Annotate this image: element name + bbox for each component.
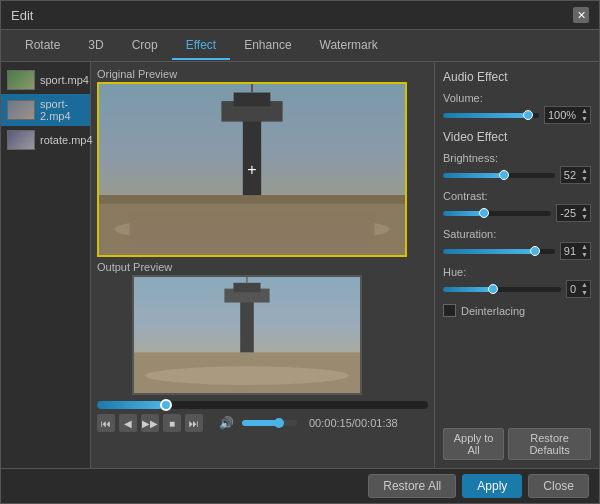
contrast-down-arrow[interactable]: ▼ xyxy=(579,213,590,221)
contrast-track[interactable] xyxy=(443,211,551,216)
volume-fill xyxy=(443,113,525,118)
skip-fwd-button[interactable]: ⏭ xyxy=(185,414,203,432)
svg-rect-11 xyxy=(240,294,254,352)
tab-enhance[interactable]: Enhance xyxy=(230,32,305,60)
deinterlacing-checkbox[interactable] xyxy=(443,304,456,317)
saturation-track[interactable] xyxy=(443,249,555,254)
restore-defaults-button[interactable]: Restore Defaults xyxy=(508,428,591,460)
volume-value: 100% xyxy=(545,109,579,121)
crosshair-marker: + xyxy=(247,161,256,179)
contrast-arrows: ▲ ▼ xyxy=(579,205,590,220)
brightness-track[interactable] xyxy=(443,173,555,178)
file-thumb-sport2 xyxy=(7,100,35,120)
output-preview-image xyxy=(134,277,360,393)
file-item-sport2[interactable]: sport-2.mp4 xyxy=(1,94,90,126)
tab-rotate[interactable]: Rotate xyxy=(11,32,74,60)
hue-down-arrow[interactable]: ▼ xyxy=(579,289,590,297)
hue-track[interactable] xyxy=(443,287,561,292)
apply-button[interactable]: Apply xyxy=(462,474,522,498)
hue-spinbox[interactable]: 0 ▲ ▼ xyxy=(566,280,591,298)
volume-slider[interactable] xyxy=(242,420,297,426)
brightness-up-arrow[interactable]: ▲ xyxy=(579,167,590,175)
original-preview-section: Original Preview xyxy=(97,68,428,257)
contrast-thumb xyxy=(479,208,489,218)
file-name-sport: sport.mp4 xyxy=(40,74,89,86)
apply-all-button[interactable]: Apply to All xyxy=(443,428,504,460)
volume-track[interactable] xyxy=(443,113,539,118)
svg-rect-2 xyxy=(99,195,405,204)
hue-up-arrow[interactable]: ▲ xyxy=(579,281,590,289)
volume-down-arrow[interactable]: ▼ xyxy=(579,115,590,123)
restore-all-button[interactable]: Restore All xyxy=(368,474,456,498)
stop-button[interactable]: ■ xyxy=(163,414,181,432)
file-thumb-rotate xyxy=(7,130,35,150)
hue-thumb xyxy=(488,284,498,294)
playbar-section: ⏮ ◀ ▶▶ ■ ⏭ 🔊 00:00:15/00:01:38 xyxy=(97,399,428,434)
hue-label: Hue: xyxy=(443,266,591,278)
window-close-button[interactable]: ✕ xyxy=(573,7,589,23)
progress-thumb xyxy=(160,399,172,411)
contrast-up-arrow[interactable]: ▲ xyxy=(579,205,590,213)
contrast-spinbox[interactable]: -25 ▲ ▼ xyxy=(556,204,591,222)
main-content: sport.mp4 sport-2.mp4 rotate.mp4 Origina… xyxy=(1,62,599,468)
brightness-row: Brightness: 52 ▲ ▼ xyxy=(443,152,591,184)
tab-3d[interactable]: 3D xyxy=(74,32,117,60)
svg-point-15 xyxy=(145,366,348,385)
saturation-label: Saturation: xyxy=(443,228,591,240)
original-preview-image: + xyxy=(99,84,405,255)
volume-arrows: ▲ ▼ xyxy=(579,107,590,122)
contrast-value: -25 xyxy=(557,207,579,219)
window-title: Edit xyxy=(11,8,33,23)
hue-value: 0 xyxy=(567,283,579,295)
saturation-row: Saturation: 91 ▲ ▼ xyxy=(443,228,591,260)
play-button[interactable]: ▶▶ xyxy=(141,414,159,432)
svg-rect-8 xyxy=(130,212,375,246)
original-preview-box: + xyxy=(97,82,407,257)
saturation-up-arrow[interactable]: ▲ xyxy=(579,243,590,251)
edit-window: Edit ✕ Rotate 3D Crop Effect Enhance Wat… xyxy=(0,0,600,504)
volume-spinbox[interactable]: 100% ▲ ▼ xyxy=(544,106,591,124)
output-preview-label: Output Preview xyxy=(97,261,428,273)
time-display: 00:00:15/00:01:38 xyxy=(309,417,398,429)
svg-rect-13 xyxy=(233,283,260,292)
brightness-label: Brightness: xyxy=(443,152,591,164)
tab-watermark[interactable]: Watermark xyxy=(306,32,392,60)
progress-fill xyxy=(97,401,163,409)
original-preview-label: Original Preview xyxy=(97,68,428,80)
file-item-sport[interactable]: sport.mp4 xyxy=(1,66,90,94)
volume-thumb xyxy=(274,418,284,428)
volume-icon: 🔊 xyxy=(219,416,234,430)
center-panel: Original Preview xyxy=(91,62,434,468)
skip-back-button[interactable]: ⏮ xyxy=(97,414,115,432)
brightness-fill xyxy=(443,173,501,178)
saturation-thumb xyxy=(530,246,540,256)
file-list-panel: sport.mp4 sport-2.mp4 rotate.mp4 xyxy=(1,62,91,468)
tab-effect[interactable]: Effect xyxy=(172,32,230,60)
progress-bar[interactable] xyxy=(97,401,428,409)
audio-effect-title: Audio Effect xyxy=(443,70,591,84)
svg-rect-5 xyxy=(234,93,271,107)
close-button[interactable]: Close xyxy=(528,474,589,498)
prev-frame-button[interactable]: ◀ xyxy=(119,414,137,432)
brightness-spinbox[interactable]: 52 ▲ ▼ xyxy=(560,166,591,184)
saturation-value: 91 xyxy=(561,245,579,257)
hue-fill xyxy=(443,287,490,292)
file-item-rotate[interactable]: rotate.mp4 xyxy=(1,126,90,154)
saturation-spinbox[interactable]: 91 ▲ ▼ xyxy=(560,242,591,260)
deinterlacing-label: Deinterlacing xyxy=(461,305,525,317)
contrast-label: Contrast: xyxy=(443,190,591,202)
hue-row: Hue: 0 ▲ ▼ xyxy=(443,266,591,298)
brightness-down-arrow[interactable]: ▼ xyxy=(579,175,590,183)
brightness-thumb xyxy=(499,170,509,180)
svg-rect-3 xyxy=(243,110,261,195)
contrast-fill xyxy=(443,211,481,216)
tower-svg-out xyxy=(134,277,360,393)
tab-crop[interactable]: Crop xyxy=(118,32,172,60)
contrast-slider-row: -25 ▲ ▼ xyxy=(443,204,591,222)
volume-slider-row: 100% ▲ ▼ xyxy=(443,106,591,124)
deinterlacing-row: Deinterlacing xyxy=(443,304,591,317)
volume-track-thumb xyxy=(523,110,533,120)
file-thumb-sport xyxy=(7,70,35,90)
volume-up-arrow[interactable]: ▲ xyxy=(579,107,590,115)
saturation-down-arrow[interactable]: ▼ xyxy=(579,251,590,259)
